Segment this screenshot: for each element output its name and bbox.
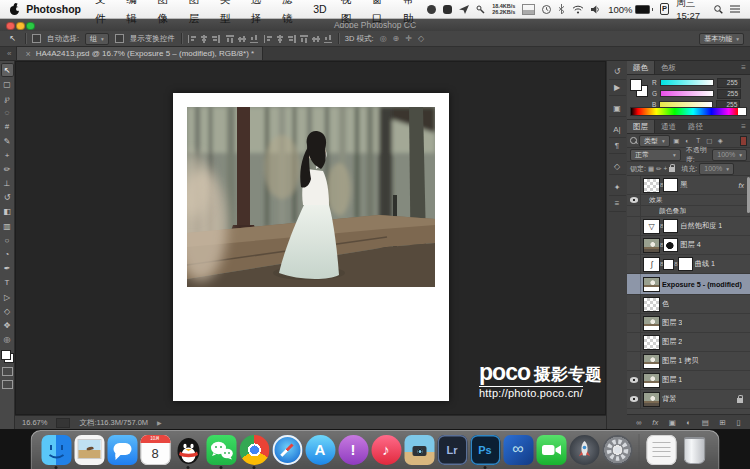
dock-facetime[interactable] xyxy=(536,435,566,465)
parallels-icon[interactable]: P xyxy=(660,3,669,15)
adjustment-icon-curves[interactable]: ∫ xyxy=(644,258,659,271)
brush-presets-panel-icon[interactable]: ≡ xyxy=(609,196,626,212)
dock-safari[interactable] xyxy=(272,435,302,465)
delete-layer-icon[interactable]: ▯ xyxy=(736,418,740,427)
paragraph-panel-icon[interactable]: ¶ xyxy=(609,138,626,154)
tool-zoom[interactable]: ◎ xyxy=(1,333,14,347)
tool-history-brush[interactable]: ↺ xyxy=(1,191,14,205)
dock-purple-alert-app[interactable]: ! xyxy=(338,435,368,465)
zoom-window-button[interactable] xyxy=(26,22,35,31)
menu-type[interactable]: 类型 xyxy=(213,0,244,28)
tray-app2-icon[interactable] xyxy=(443,5,452,14)
align-left-icon[interactable] xyxy=(188,35,196,43)
dock-itunes[interactable]: ♪ xyxy=(371,435,401,465)
visibility-toggle[interactable] xyxy=(627,195,641,205)
tool-clone-stamp[interactable]: ⊥ xyxy=(1,177,14,191)
auto-select-dropdown[interactable]: 组▾ xyxy=(85,33,109,45)
panel-menu-icon[interactable]: ≡ xyxy=(741,120,750,133)
distribute-4-icon[interactable] xyxy=(300,35,308,43)
menu-file[interactable]: 文件 xyxy=(88,0,119,28)
distribute-6-icon[interactable] xyxy=(324,35,332,43)
align-middle-icon[interactable] xyxy=(238,35,246,43)
dock-launchpad[interactable] xyxy=(569,435,599,465)
close-window-button[interactable] xyxy=(6,22,15,31)
tool-crop[interactable]: # xyxy=(1,120,14,134)
lock-position-icon[interactable]: + xyxy=(664,165,668,172)
tab-layers[interactable]: 图层 xyxy=(627,120,655,133)
tray-app-icon[interactable] xyxy=(427,5,436,14)
minimize-window-button[interactable] xyxy=(16,22,25,31)
dock-lightroom[interactable]: Lr xyxy=(437,435,467,465)
link-layers-icon[interactable]: ∞ xyxy=(636,418,641,427)
3d-rotate-icon[interactable]: ◎ xyxy=(380,34,387,43)
menu-help[interactable]: 帮助 xyxy=(396,0,427,28)
paper-plane-icon[interactable] xyxy=(459,5,469,14)
layer-row-curves[interactable]: ∫ 8 8 曲线 1 xyxy=(627,255,750,274)
tab-color[interactable]: 颜色 xyxy=(627,61,655,74)
fill-field[interactable]: 100%▾ xyxy=(699,163,734,175)
panel-color-swatches[interactable] xyxy=(630,79,648,97)
visibility-toggle[interactable] xyxy=(627,236,641,254)
layer-thumbnail[interactable] xyxy=(644,374,659,387)
new-layer-icon[interactable]: ⊞ xyxy=(720,418,726,427)
color-spectrum-ramp[interactable] xyxy=(630,107,747,116)
dock-downloads-stack[interactable] xyxy=(646,435,676,465)
align-right-icon[interactable] xyxy=(212,35,220,43)
new-adjustment-icon[interactable]: ◐ xyxy=(687,418,692,427)
auto-select-checkbox[interactable] xyxy=(32,34,41,43)
dock-calendar[interactable]: 10月 8 xyxy=(140,435,170,465)
distribute-2-icon[interactable] xyxy=(276,35,284,43)
visibility-toggle[interactable] xyxy=(627,206,641,216)
document-tab[interactable]: × HA4A2413.psd @ 16.7% (Exposure 5 – (mo… xyxy=(16,46,263,60)
tool-hand[interactable]: ✥ xyxy=(1,318,14,332)
activity-graph-icon[interactable] xyxy=(522,4,535,15)
tool-eyedropper[interactable]: ✎ xyxy=(1,134,14,148)
tab-swatches[interactable]: 色板 xyxy=(655,61,682,74)
tool-gradient[interactable]: ▥ xyxy=(1,219,14,233)
layer-row-se[interactable]: 色 xyxy=(627,295,750,314)
align-bottom-icon[interactable] xyxy=(250,35,258,43)
screen-mode-button[interactable] xyxy=(2,380,13,389)
visibility-toggle[interactable] xyxy=(627,333,641,351)
tool-dodge[interactable]: ◔ xyxy=(1,247,14,261)
layer-mask-thumbnail[interactable] xyxy=(664,179,677,191)
mini-mask-thumbnail[interactable] xyxy=(664,260,673,269)
filter-shape-layers-icon[interactable]: ▢ xyxy=(705,137,714,145)
align-center-icon[interactable] xyxy=(200,35,208,43)
wifi-icon[interactable] xyxy=(572,5,584,14)
layer-row-layer3[interactable]: 图层 3 xyxy=(627,314,750,333)
dock-photo-viewer[interactable] xyxy=(404,435,434,465)
filter-adjustment-layers-icon[interactable]: ◐ xyxy=(683,137,692,144)
volume-icon[interactable] xyxy=(591,5,601,14)
bluetooth-icon[interactable] xyxy=(558,4,565,14)
visibility-toggle[interactable] xyxy=(627,217,641,235)
status-menu-arrow-icon[interactable]: ▶ xyxy=(157,419,162,426)
3d-slide-icon[interactable]: ◇ xyxy=(418,34,424,43)
layer-thumbnail[interactable] xyxy=(644,239,659,252)
layer-row-vibrance[interactable]: ▽ 8 自然饱和度 1 xyxy=(627,217,750,236)
layer-row-layer2[interactable]: 图层 2 xyxy=(627,333,750,352)
dock-swirl-app[interactable]: ∞ xyxy=(503,435,533,465)
lock-transparent-icon[interactable]: ▦ xyxy=(648,165,654,173)
layer-thumbnail[interactable] xyxy=(644,393,659,406)
red-slider[interactable] xyxy=(660,79,714,86)
layer-row-layer4[interactable]: 8 图层 4 xyxy=(627,236,750,255)
layer-mask-thumbnail[interactable] xyxy=(664,220,677,232)
dock-chrome[interactable] xyxy=(239,435,269,465)
battery-indicator[interactable]: 100% xyxy=(608,4,653,15)
dock-system-preferences[interactable] xyxy=(602,435,632,465)
green-slider[interactable] xyxy=(660,90,714,97)
blend-mode-dropdown[interactable]: 正常▾ xyxy=(630,149,681,161)
clock-icon[interactable] xyxy=(542,5,551,14)
workspace-switcher[interactable]: 基本功能▾ xyxy=(699,33,744,45)
tool-quick-select[interactable]: ◌ xyxy=(1,106,14,120)
layer-row-layer1[interactable]: 图层 1 xyxy=(627,371,750,390)
3d-pan-icon[interactable]: ✛ xyxy=(405,34,412,43)
tool-marquee[interactable]: ▢ xyxy=(1,77,14,91)
layer-row-layer1-copy[interactable]: 图层 1 拷贝 xyxy=(627,352,750,371)
tool-pen[interactable]: ✒ xyxy=(1,262,14,276)
history-panel-icon[interactable]: ↺ xyxy=(609,64,626,80)
layer-thumbnail[interactable] xyxy=(644,179,659,192)
apple-menu-icon[interactable] xyxy=(10,4,18,15)
layer-row-black[interactable]: 8 黑 fx xyxy=(627,176,750,195)
